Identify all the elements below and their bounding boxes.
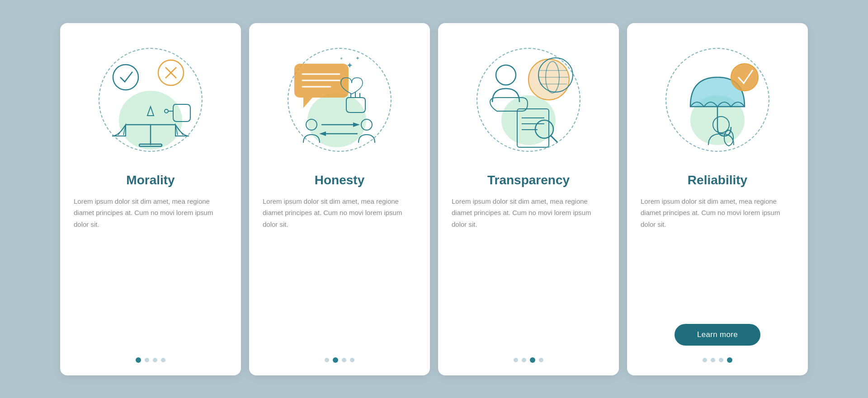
- honesty-dots: [325, 357, 354, 363]
- dot-3: [530, 357, 535, 363]
- svg-text:✦: ✦: [340, 56, 343, 61]
- dot-3: [719, 358, 723, 362]
- dot-2: [522, 358, 526, 362]
- transparency-text: Lorem ipsum dolor sit dim amet, mea regi…: [452, 196, 605, 347]
- morality-text: Lorem ipsum dolor sit dim amet, mea regi…: [74, 196, 227, 347]
- reliability-title: Reliability: [688, 173, 747, 187]
- svg-marker-28: [353, 122, 360, 127]
- dot-4: [539, 358, 543, 362]
- dot-1: [703, 358, 707, 362]
- svg-rect-1: [139, 144, 162, 146]
- dot-4: [727, 357, 732, 363]
- svg-point-31: [306, 119, 317, 130]
- morality-dots: [136, 357, 165, 363]
- card-morality: Morality Lorem ipsum dolor sit dim amet,…: [60, 23, 241, 375]
- dot-1: [136, 357, 141, 363]
- card-transparency: Transparency Lorem ipsum dolor sit dim a…: [438, 23, 619, 375]
- dot-2: [145, 358, 149, 362]
- svg-rect-40: [517, 109, 549, 147]
- reliability-dots: [703, 357, 732, 363]
- transparency-title: Transparency: [487, 173, 570, 187]
- card-reliability: Reliability Lorem ipsum dolor sit dim am…: [627, 23, 808, 375]
- svg-point-33: [496, 65, 516, 85]
- svg-point-15: [165, 109, 168, 113]
- morality-illustration: [87, 37, 214, 163]
- dot-1: [325, 358, 329, 362]
- svg-point-48: [713, 117, 729, 133]
- dot-4: [161, 358, 165, 362]
- dot-4: [350, 358, 354, 362]
- honesty-text: Lorem ipsum dolor sit dim amet, mea regi…: [263, 196, 416, 347]
- svg-point-34: [528, 59, 569, 100]
- transparency-illustration: [465, 37, 592, 163]
- svg-point-32: [361, 119, 372, 130]
- morality-title: Morality: [126, 173, 175, 187]
- svg-marker-17: [303, 98, 312, 108]
- svg-marker-9: [147, 107, 154, 116]
- cards-container: Morality Lorem ipsum dolor sit dim amet,…: [47, 9, 821, 389]
- transparency-dots: [514, 357, 543, 363]
- dot-2: [333, 357, 338, 363]
- svg-point-47: [731, 64, 758, 91]
- svg-text:✦: ✦: [355, 55, 360, 61]
- svg-point-10: [113, 65, 138, 90]
- honesty-title: Honesty: [315, 173, 364, 187]
- dot-3: [153, 358, 157, 362]
- honesty-illustration: ✦ ✦ ✦: [276, 37, 403, 163]
- learn-more-button[interactable]: Learn more: [675, 324, 760, 346]
- svg-line-45: [551, 136, 557, 142]
- reliability-text: Lorem ipsum dolor sit dim amet, mea regi…: [641, 196, 794, 319]
- svg-marker-30: [319, 131, 326, 136]
- dot-1: [514, 358, 518, 362]
- dot-3: [342, 358, 346, 362]
- card-honesty: ✦ ✦ ✦: [249, 23, 430, 375]
- reliability-illustration: [654, 37, 781, 163]
- svg-text:✦: ✦: [346, 61, 353, 70]
- dot-2: [711, 358, 715, 362]
